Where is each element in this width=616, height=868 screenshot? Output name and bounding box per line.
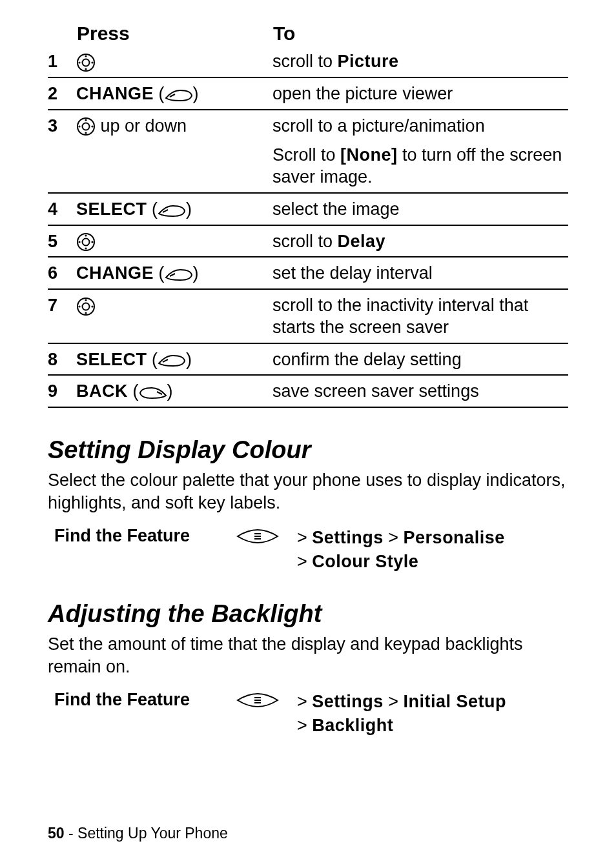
path-separator: > (297, 528, 312, 547)
menu-item-personalise: Personalise (404, 528, 505, 547)
step-number: 1 (48, 47, 76, 77)
table-row: 4 SELECT ( ) select the image (48, 195, 568, 225)
svg-line-6 (170, 94, 175, 97)
svg-point-5 (91, 61, 93, 63)
svg-point-26 (91, 305, 93, 307)
section-title-backlight: Adjusting the Backlight (48, 600, 568, 628)
page-number: 50 (48, 825, 65, 842)
menu-item-none: [None] (340, 145, 397, 165)
svg-point-16 (85, 235, 87, 237)
menu-item-colour-style: Colour Style (312, 552, 418, 571)
softkey-label-back: BACK (76, 381, 128, 401)
svg-line-13 (163, 210, 168, 212)
softkey-label-select: SELECT (76, 350, 147, 369)
paren-open: ( (159, 263, 165, 283)
menu-key-icon (235, 691, 280, 709)
menu-item-initial-setup: Initial Setup (404, 692, 507, 711)
step-number: 8 (48, 345, 76, 376)
menu-item-backlight: Backlight (312, 716, 393, 735)
section-colour-description: Select the colour palette that your phon… (48, 469, 568, 514)
paren-close: ) (193, 263, 199, 283)
svg-point-4 (78, 61, 80, 63)
footer-section-name: Setting Up Your Phone (77, 825, 228, 842)
step-number: 5 (48, 227, 76, 257)
find-the-feature-colour: Find the Feature > Settings > Personalis… (54, 526, 568, 573)
svg-line-20 (170, 274, 175, 276)
table-row: 3 up or down scroll to a picture/animati… (48, 112, 568, 141)
nav-key-icon (76, 117, 96, 136)
menu-path-backlight: > Settings > Initial Setup > Backlight (297, 690, 568, 737)
nav-key-icon (76, 232, 96, 252)
col-header-press: Press (76, 22, 272, 47)
path-separator: > (297, 552, 312, 571)
step-number: 2 (48, 79, 76, 110)
footer-separator: - (65, 825, 77, 842)
svg-point-8 (83, 123, 90, 130)
svg-point-22 (83, 303, 90, 310)
paren-open: ( (152, 199, 158, 219)
step-action: scroll to the inactivity interval that s… (272, 291, 568, 343)
step-number: 4 (48, 195, 76, 225)
step-action: save screen saver settings (272, 377, 568, 407)
svg-point-18 (78, 241, 80, 243)
svg-line-28 (157, 392, 162, 394)
step-action: confirm the delay setting (272, 345, 568, 376)
paren-close: ) (167, 381, 173, 401)
paren-close: ) (186, 199, 192, 219)
svg-point-25 (78, 305, 80, 307)
step-number: 9 (48, 377, 76, 407)
path-separator: > (384, 528, 404, 547)
svg-point-19 (91, 241, 93, 243)
paren-close: ) (193, 84, 199, 103)
svg-point-12 (91, 126, 93, 128)
right-softkey-icon (158, 353, 186, 367)
path-separator: > (384, 692, 404, 711)
right-softkey-icon (165, 88, 193, 102)
softkey-label-select: SELECT (76, 199, 147, 219)
right-softkey-icon (165, 267, 193, 281)
svg-point-23 (85, 299, 87, 301)
paren-close: ) (186, 350, 192, 369)
table-row: 6 CHANGE ( ) set the delay interval (48, 259, 568, 289)
paren-open: ( (133, 381, 139, 401)
path-separator: > (297, 716, 312, 735)
step-action: select the image (272, 195, 568, 225)
col-header-to: To (272, 22, 568, 47)
step-number: 3 (48, 112, 76, 141)
page-footer: 50 - Setting Up Your Phone (48, 825, 228, 842)
svg-point-2 (85, 55, 87, 57)
find-the-feature-label: Find the Feature (54, 690, 235, 710)
menu-key-icon (235, 527, 280, 545)
nav-key-icon (76, 53, 96, 72)
step-action: scroll to (272, 52, 338, 71)
find-the-feature-label: Find the Feature (54, 526, 235, 546)
find-the-feature-backlight: Find the Feature > Settings > Initial Se… (54, 690, 568, 737)
step-action: set the delay interval (272, 259, 568, 289)
svg-point-9 (85, 119, 87, 121)
softkey-label-change: CHANGE (76, 84, 154, 103)
menu-item-picture: Picture (338, 52, 399, 71)
svg-point-3 (85, 68, 87, 70)
path-separator: > (297, 692, 312, 711)
step-action: scroll to (272, 232, 338, 251)
paren-open: ( (152, 350, 158, 369)
step-number: 7 (48, 291, 76, 343)
table-row: 5 scroll to Delay (48, 227, 568, 257)
softkey-label-change: CHANGE (76, 263, 154, 283)
svg-line-27 (163, 359, 168, 362)
nav-key-icon (76, 297, 96, 316)
left-softkey-icon (139, 385, 167, 399)
section-title-colour: Setting Display Colour (48, 436, 568, 464)
table-row: 9 BACK ( ) save screen saver settings (48, 377, 568, 407)
svg-point-15 (83, 239, 90, 246)
right-softkey-icon (158, 203, 186, 217)
svg-point-10 (85, 132, 87, 134)
step-action: scroll to a picture/animation (272, 112, 568, 141)
table-row: 7 scroll to the inactivity interval that… (48, 291, 568, 343)
table-row: 1 scroll to Picture (48, 47, 568, 77)
menu-item-settings: Settings (312, 528, 384, 547)
paren-open: ( (159, 84, 165, 103)
step-action: open the picture viewer (272, 79, 568, 110)
menu-path-colour: > Settings > Personalise > Colour Style (297, 526, 505, 573)
instruction-table: Press To 1 scroll to Picture 2 CHANGE ( … (48, 22, 568, 409)
